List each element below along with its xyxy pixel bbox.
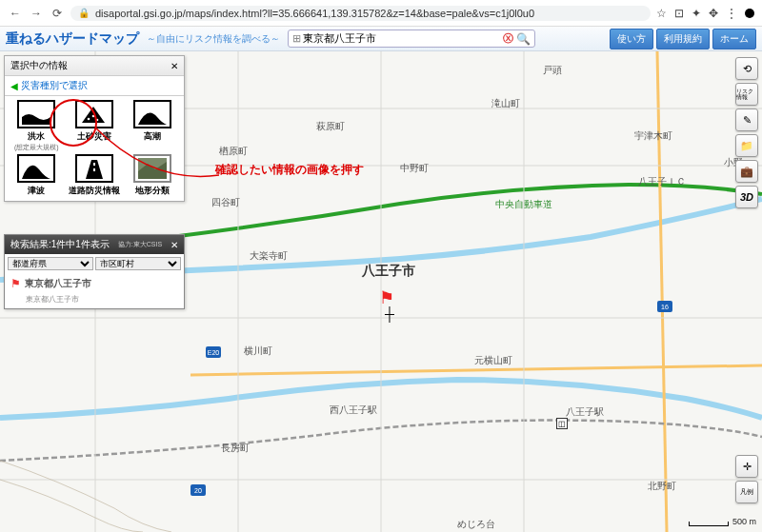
star-icon[interactable]: ☆ (656, 7, 667, 20)
result-sub: 東京都八王子市 (5, 294, 184, 308)
label-hachi-sta: 八王子駅 (566, 405, 604, 419)
label-motoyoko: 元横山町 (474, 354, 512, 367)
svg-point-3 (96, 119, 99, 122)
search-box[interactable]: ⊞ ⓧ 🔍 (288, 30, 535, 48)
ext2-icon[interactable]: ✦ (692, 7, 701, 20)
scale-label: 500 m (732, 517, 756, 526)
label-narahara: 楢原町 (219, 145, 248, 158)
nav-fwd-icon[interactable]: → (29, 6, 44, 21)
app-title: 重ねるハザードマップ (6, 30, 139, 48)
search-icon[interactable]: 🔍 (516, 32, 531, 46)
bag-button[interactable]: 💼 (735, 160, 758, 183)
flag-marker-icon: ⚑ (379, 287, 394, 308)
hazard-flood[interactable]: 洪水 (想定最大規模) (9, 100, 65, 152)
search-left-icon: ⊞ (292, 32, 301, 45)
label-otsu: 大楽寺町 (250, 249, 288, 263)
station-icon: ◫ (556, 418, 568, 429)
ext1-icon[interactable]: ⊡ (674, 7, 684, 20)
flag-icon: ⚑ (10, 277, 21, 290)
folder-icon: 📁 (740, 140, 753, 152)
label-kitano: 北野町 (648, 480, 676, 493)
svg-rect-5 (93, 168, 95, 171)
label-nagabusa: 長房町 (221, 442, 250, 455)
url-bar[interactable]: 🔒 disaportal.gsi.go.jp/maps/index.html?l… (70, 6, 651, 21)
hazard-landslide[interactable]: 土砂災害 (67, 100, 123, 152)
road-icon (75, 154, 113, 183)
hazard-road[interactable]: 道路防災情報 (67, 154, 123, 197)
3d-button[interactable]: 3D (735, 186, 758, 208)
label-yokokawa: 横川町 (244, 345, 272, 358)
label-uzu: 宇津木町 (634, 129, 672, 143)
svg-point-2 (92, 115, 95, 118)
hazard-tsunami[interactable]: 津波 (9, 154, 65, 197)
risk-label: リスク情報 (736, 89, 757, 100)
clear-icon[interactable]: ⓧ (503, 31, 513, 46)
chevron-left-icon: ◀ (10, 81, 18, 91)
terms-button[interactable]: 利用規約 (656, 29, 710, 49)
search-input[interactable] (303, 33, 503, 45)
city-select[interactable]: 市区町村 (95, 257, 181, 270)
close-icon[interactable]: ✕ (170, 61, 178, 71)
hazard-terrain[interactable]: 地形分類 (124, 154, 180, 197)
menu-icon[interactable]: ⋮ (726, 7, 737, 20)
profile-icon[interactable] (745, 9, 754, 18)
reset-icon: ⟲ (743, 63, 752, 75)
landslide-icon (75, 100, 113, 128)
app-header: 重ねるハザードマップ ～自由にリスク情報を調べる～ ⊞ ⓧ 🔍 使い方 利用規約… (0, 27, 762, 51)
puzzle-icon[interactable]: ✥ (709, 7, 718, 20)
lock-icon: 🔒 (78, 8, 90, 18)
result-item[interactable]: ⚑ 東京都八王子市 (5, 273, 184, 294)
results-credit: 協力:東大CSIS (118, 240, 162, 249)
center-cross-icon: ┼ (385, 306, 394, 322)
legend-button[interactable]: 凡例 (735, 481, 758, 503)
info-panel: 選択中の情報 ✕ ◀ 災害種別で選択 洪水 (想定最大規模) 土砂災害 高潮 (4, 55, 185, 202)
shield-r16: 16 (657, 301, 672, 312)
label-nakano: 中野町 (400, 162, 429, 175)
label-yotsuya: 四谷町 (211, 196, 240, 209)
results-header: 検索結果:1件中1件表示 協力:東大CSIS ✕ (5, 235, 184, 254)
nav-reload-icon[interactable]: ⟳ (50, 6, 65, 21)
info-panel-title: 選択中の情報 (10, 59, 68, 72)
bag-icon: 💼 (740, 166, 753, 178)
crosshair-icon: ✛ (743, 461, 752, 473)
content: 八王子市 横川町 大楽寺町 四谷町 萩原町 長房町 中野町 滝山町 戸頭 宇津木… (0, 51, 762, 532)
3d-label: 3D (740, 191, 753, 203)
close-icon[interactable]: ✕ (170, 240, 178, 250)
folder-button[interactable]: 📁 (735, 134, 758, 157)
prefecture-select[interactable]: 都道府県 (8, 257, 93, 270)
svg-rect-4 (93, 163, 95, 166)
label-togashira: 戸頭 (543, 64, 562, 77)
shield-e20: E20 (206, 346, 221, 358)
hazard-grid: 洪水 (想定最大規模) 土砂災害 高潮 津波 道路防災情報 (5, 96, 184, 201)
bottom-tools: ✛ 凡例 (735, 455, 758, 503)
label-mejiro: めじろ台 (457, 518, 495, 531)
shield-r20: 20 (190, 484, 206, 496)
home-button[interactable]: ホーム (712, 29, 756, 49)
label-chuo: 中央自動車道 (495, 198, 552, 211)
tsunami-icon (17, 154, 55, 183)
extension-icons: ☆ ⊡ ✦ ✥ ⋮ (656, 7, 754, 20)
help-button[interactable]: 使い方 (610, 29, 653, 49)
tool-column: ⟲ リスク情報 ✎ 📁 💼 3D (735, 57, 758, 208)
pencil-icon: ✎ (743, 114, 752, 127)
legend-label: 凡例 (740, 487, 753, 497)
risk-button[interactable]: リスク情報 (735, 83, 758, 106)
label-hagi: 萩原町 (316, 120, 345, 133)
app-subtitle: ～自由にリスク情報を調べる～ (147, 32, 280, 46)
terrain-icon (133, 154, 171, 183)
hazard-storm-surge[interactable]: 高潮 (124, 100, 180, 152)
browser-bar: ← → ⟳ 🔒 disaportal.gsi.go.jp/maps/index.… (0, 0, 762, 27)
info-panel-header: 選択中の情報 ✕ (5, 56, 184, 76)
reset-button[interactable]: ⟲ (735, 57, 758, 80)
label-nishi-sta: 西八王子駅 (330, 404, 377, 417)
svg-point-1 (88, 118, 90, 121)
result-name: 東京都八王子市 (25, 277, 91, 290)
flood-icon (17, 100, 55, 128)
nav-back-icon[interactable]: ← (8, 6, 23, 21)
disaster-tab[interactable]: ◀ 災害種別で選択 (5, 76, 184, 96)
storm-surge-icon (133, 100, 171, 128)
results-panel: 検索結果:1件中1件表示 協力:東大CSIS ✕ 都道府県 市区町村 ⚑ 東京都… (4, 234, 185, 309)
label-takiyama: 滝山町 (491, 97, 520, 110)
draw-button[interactable]: ✎ (735, 108, 758, 131)
crosshair-button[interactable]: ✛ (735, 455, 758, 478)
